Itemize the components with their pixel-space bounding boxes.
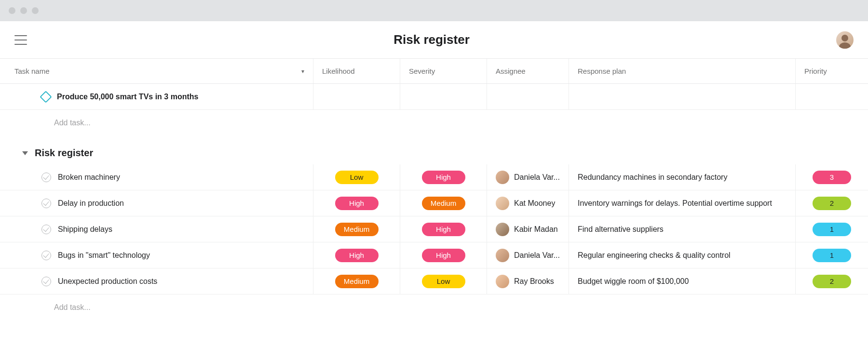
likelihood-pill[interactable]: High: [335, 249, 379, 262]
milestone-icon: [40, 91, 52, 103]
task-row[interactable]: Delay in productionHighMediumKat MooneyI…: [0, 190, 868, 216]
column-task-name[interactable]: Task name ▾: [0, 59, 313, 83]
response-plan: Budget wiggle room of $100,000: [569, 268, 796, 294]
severity-pill[interactable]: Low: [422, 275, 465, 288]
chevron-down-icon[interactable]: ▾: [301, 68, 304, 75]
complete-checkbox-icon[interactable]: [41, 251, 51, 260]
traffic-light-minimize[interactable]: [20, 7, 27, 14]
section-title: Risk register: [35, 147, 93, 159]
assignee-avatar[interactable]: [496, 171, 509, 184]
severity-pill[interactable]: High: [422, 249, 465, 262]
priority-pill[interactable]: 2: [813, 275, 851, 288]
task-row[interactable]: Unexpected production costsMediumLowRay …: [0, 268, 868, 294]
severity-pill[interactable]: High: [422, 223, 465, 236]
task-title: Delay in production: [58, 199, 124, 208]
column-severity[interactable]: Severity: [400, 59, 487, 83]
response-plan: Inventory warnings for delays. Potential…: [569, 190, 796, 216]
task-row[interactable]: Shipping delaysMediumHighKabir MadanFind…: [0, 216, 868, 242]
response-plan: Regular engineering checks & quality con…: [569, 242, 796, 268]
column-likelihood[interactable]: Likelihood: [313, 59, 400, 83]
assignee-avatar[interactable]: [496, 275, 509, 288]
column-assignee[interactable]: Assignee: [487, 59, 569, 83]
severity-pill[interactable]: Medium: [422, 197, 465, 210]
assignee-name: Ray Brooks: [514, 277, 554, 286]
assignee-avatar[interactable]: [496, 197, 509, 210]
traffic-light-close[interactable]: [9, 7, 15, 14]
milestone-row[interactable]: Produce 50,000 smart TVs in 3 months: [0, 84, 868, 110]
task-title: Shipping delays: [58, 225, 112, 234]
likelihood-pill[interactable]: High: [335, 197, 379, 210]
task-title: Bugs in "smart" technology: [58, 251, 150, 260]
severity-pill[interactable]: High: [422, 171, 465, 184]
priority-pill[interactable]: 1: [813, 223, 851, 236]
complete-checkbox-icon[interactable]: [41, 225, 51, 234]
column-response-plan[interactable]: Response plan: [569, 59, 796, 83]
complete-checkbox-icon[interactable]: [41, 199, 51, 208]
task-title: Unexpected production costs: [58, 277, 157, 286]
window-titlebar: [0, 0, 868, 21]
complete-checkbox-icon[interactable]: [41, 173, 51, 182]
assignee-name: Kat Mooney: [514, 199, 555, 208]
milestone-title: Produce 50,000 smart TVs in 3 months: [57, 93, 198, 101]
response-plan: Redundancy machines in secondary factory: [569, 164, 796, 190]
app-header: Risk register: [0, 21, 868, 59]
task-title: Broken machinery: [58, 173, 120, 182]
complete-checkbox-icon[interactable]: [41, 277, 51, 286]
likelihood-pill[interactable]: Medium: [335, 275, 379, 288]
assignee-name: Kabir Madan: [514, 225, 558, 234]
task-list: Broken machineryLowHighDaniela Var...Red…: [0, 164, 868, 294]
collapse-icon[interactable]: [22, 151, 28, 155]
menu-icon[interactable]: [14, 35, 27, 45]
assignee-avatar[interactable]: [496, 223, 509, 236]
assignee-name: Daniela Var...: [514, 251, 560, 260]
priority-pill[interactable]: 2: [813, 197, 851, 210]
section-header[interactable]: Risk register: [0, 136, 868, 164]
assignee-name: Daniela Var...: [514, 173, 560, 182]
svg-point-0: [841, 35, 848, 41]
add-task-button[interactable]: Add task...: [0, 110, 868, 136]
column-headers: Task name ▾ Likelihood Severity Assignee…: [0, 59, 868, 84]
traffic-light-zoom[interactable]: [32, 7, 39, 14]
task-row[interactable]: Bugs in "smart" technologyHighHighDaniel…: [0, 242, 868, 268]
column-priority[interactable]: Priority: [796, 59, 868, 83]
current-user-avatar[interactable]: [836, 31, 854, 49]
likelihood-pill[interactable]: Low: [335, 171, 379, 184]
response-plan: Find alternative suppliers: [569, 216, 796, 242]
column-task-name-label: Task name: [14, 67, 50, 75]
likelihood-pill[interactable]: Medium: [335, 223, 379, 236]
task-row[interactable]: Broken machineryLowHighDaniela Var...Red…: [0, 164, 868, 190]
assignee-avatar[interactable]: [496, 249, 509, 262]
page-title: Risk register: [27, 32, 836, 47]
add-task-button[interactable]: Add task...: [0, 294, 868, 320]
svg-point-1: [839, 42, 851, 49]
priority-pill[interactable]: 3: [813, 171, 851, 184]
priority-pill[interactable]: 1: [813, 249, 851, 262]
